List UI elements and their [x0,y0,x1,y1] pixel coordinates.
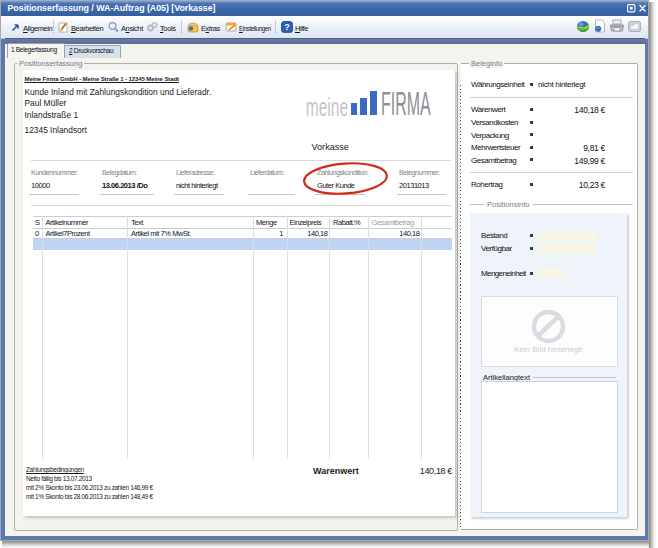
svg-text:?: ? [284,22,290,32]
